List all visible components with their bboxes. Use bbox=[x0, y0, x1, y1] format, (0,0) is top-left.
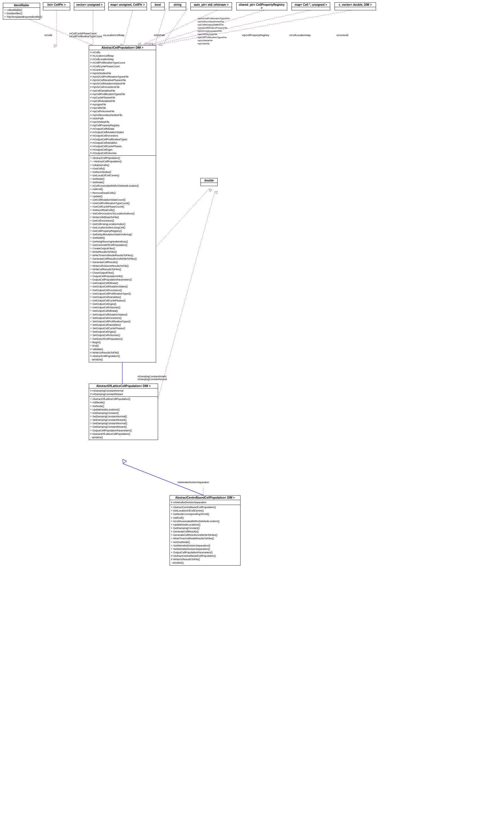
string-header: string bbox=[169, 3, 186, 7]
label-mpcellpropertyregistry: mpCellPropertyRegistry bbox=[242, 34, 269, 37]
abstract-cell-population-box: AbstractCellPopulation< DIM > # mCells #… bbox=[89, 45, 156, 362]
label-mpviz7: mpCellProliferativeTypesFile bbox=[198, 36, 226, 39]
abstract-cell-population-header: AbstractCellPopulation< DIM > bbox=[89, 45, 156, 50]
identifiable-title: Identifiable bbox=[14, 4, 29, 7]
label-mpviz5: mpVizCellAncestorsFile bbox=[198, 30, 222, 32]
svg-line-6 bbox=[162, 8, 187, 46]
double-title: double bbox=[204, 179, 214, 182]
list-cellptr-box: list< CellPtr > bbox=[43, 2, 70, 10]
svg-line-9 bbox=[149, 8, 318, 46]
cvector-double-box: c_vector< double, DIM > bbox=[335, 2, 376, 10]
map-unsigned-cellptr-box: map< unsigned, CellPtr > bbox=[108, 2, 147, 10]
sharedptr-registry-header: shared_ptr< CellPropertyRegistry > bbox=[237, 3, 287, 10]
label-mcellproliferativetypecount: mCellProliferativeTypeCount bbox=[69, 35, 102, 38]
diagram-container: Identifiable + >Identifiable() + GetIden… bbox=[0, 0, 504, 835]
svg-line-4 bbox=[123, 8, 133, 46]
map-unsigned-cellptr-header: map< unsigned, CellPtr > bbox=[108, 3, 147, 7]
map-unsigned-cellptr-title: map< unsigned, CellPtr > bbox=[110, 3, 145, 6]
map-cell-unsigned-title: map< Cell *, unsigned > bbox=[295, 3, 327, 6]
double-header: double bbox=[201, 178, 217, 183]
string-title: string bbox=[174, 3, 182, 6]
arrows-svg bbox=[0, 0, 504, 835]
label-mcellcyclephasecount: mCellCyclePhaseCount bbox=[69, 32, 97, 35]
abstract-centre-based-title: AbstractCentreBasedCellPopulation< DIM > bbox=[175, 496, 235, 499]
abstract-off-lattice-header: AbstractOfLatticeCellPopulation< DIM > bbox=[89, 384, 158, 388]
identifiable-methods: + >Identifiable() + GetIdentifier() + Ti… bbox=[3, 8, 40, 19]
svg-line-5 bbox=[155, 8, 166, 46]
abstract-off-lattice-fields: # mDampingConstantNormal # mDampingConst… bbox=[89, 388, 158, 397]
label-mpviz8: mpVizMetaFile bbox=[198, 39, 213, 42]
abstract-cell-population-title: AbstractCellPopulation< DIM > bbox=[101, 46, 143, 49]
label-mcells: mCells bbox=[44, 34, 53, 37]
sharedptr-registry-title: shared_ptr< CellPropertyRegistry > bbox=[239, 3, 285, 9]
identifiable-header: Identifiable bbox=[3, 3, 40, 8]
svg-line-15 bbox=[158, 192, 215, 401]
abstract-cell-population-fields: # mCells # mLocationCellMap # mCellLocat… bbox=[89, 50, 156, 156]
label-mlocationcellmap: mLocationCellMap bbox=[103, 34, 125, 37]
abstract-centre-based-methods: + AbstractCentreBasedCellPopulation() + … bbox=[170, 505, 240, 565]
label-mpviz9: mpCellsFile bbox=[198, 42, 209, 45]
label-damping-normal: mDampingConstantNormal bbox=[138, 378, 167, 381]
autoptr-ofstream-header: auto_ptr< std::ofstream > bbox=[191, 3, 232, 7]
abstract-centre-based-fields: # mMeinekeDivisionSeparation bbox=[170, 500, 240, 505]
label-mpviz6: mpCellVolumesFile bbox=[198, 33, 217, 36]
vector-unsigned-box: vector< unsigned > bbox=[74, 2, 105, 10]
cvector-double-title: c_vector< double, DIM > bbox=[339, 3, 372, 6]
label-damping-mutant: mDampingConstantMutant bbox=[138, 375, 166, 378]
double-box: double bbox=[200, 178, 218, 186]
autoptr-ofstream-box: auto_ptr< std::ofstream > bbox=[190, 2, 232, 10]
autoptr-ofstream-title: auto_ptr< std::ofstream > bbox=[194, 3, 228, 6]
sharedptr-registry-box: shared_ptr< CellPropertyRegistry > bbox=[236, 2, 287, 10]
vector-unsigned-title: vector< unsigned > bbox=[76, 3, 102, 6]
map-cell-unsigned-box: map< Cell *, unsigned > bbox=[291, 2, 330, 10]
svg-line-14 bbox=[123, 464, 203, 495]
abstract-off-lattice-title: AbstractOfLatticeCellPopulation< DIM > bbox=[96, 384, 150, 388]
bool-title: bool bbox=[155, 3, 161, 6]
label-meineke-division: mMeinekeDivisionSeparation bbox=[178, 481, 209, 484]
list-cellptr-header: list< CellPtr > bbox=[43, 3, 70, 7]
label-mcelllocationmap: mCellLocationMap bbox=[289, 34, 311, 37]
label-mdivpath: mDivPath bbox=[154, 34, 165, 37]
cvector-double-header: c_vector< double, DIM > bbox=[335, 3, 376, 7]
abstract-cell-population-methods: + AbstractCellPopulation() + ~AbstractCe… bbox=[89, 156, 156, 362]
label-mpviz4: mpVizCellIterativePhasesFile bbox=[198, 27, 227, 29]
abstract-centre-based-box: AbstractCentreBasedCellPopulation< DIM >… bbox=[169, 495, 241, 566]
label-mpviz2: mpVizBoundaryNodesFile bbox=[198, 20, 224, 23]
bool-box: bool bbox=[151, 2, 165, 10]
label-mcentroid: mCentroid bbox=[337, 34, 348, 37]
svg-line-10 bbox=[152, 8, 361, 46]
abstract-off-lattice-methods: + AbstractOfLatticeCellPopulation() + Ad… bbox=[89, 397, 158, 440]
vector-unsigned-header: vector< unsigned > bbox=[74, 3, 104, 7]
map-cell-unsigned-header: map< Cell *, unsigned > bbox=[292, 3, 330, 7]
abstract-off-lattice-box: AbstractOfLatticeCellPopulation< DIM > #… bbox=[89, 384, 158, 440]
identifiable-box: Identifiable + >Identifiable() + GetIden… bbox=[3, 3, 40, 19]
label-mpviz3: mpCellMutationStatesFile bbox=[198, 23, 224, 26]
bool-header: bool bbox=[151, 3, 164, 7]
string-box: string bbox=[169, 2, 186, 10]
label-mpviz1: mpVizCellProliferativeTypesFile bbox=[198, 17, 230, 20]
abstract-centre-based-header: AbstractCentreBasedCellPopulation< DIM > bbox=[170, 495, 240, 500]
list-cellptr-title: list< CellPtr > bbox=[47, 3, 66, 6]
